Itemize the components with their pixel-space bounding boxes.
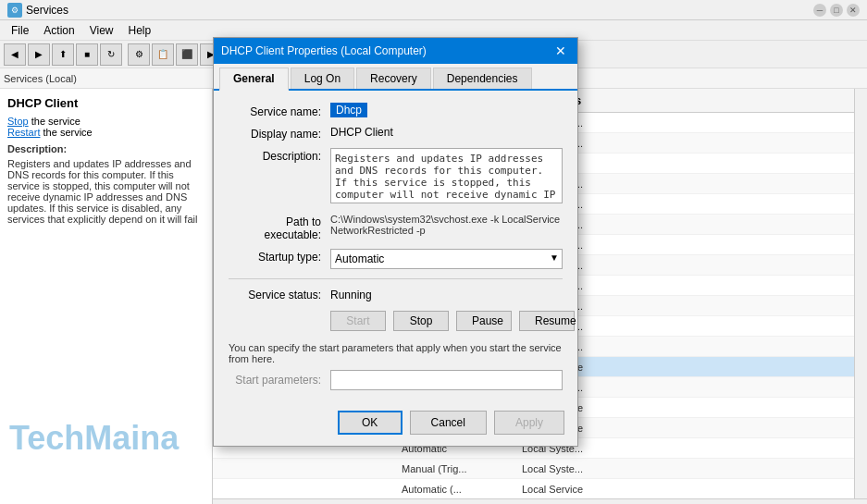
params-input[interactable] <box>330 370 563 390</box>
status-value: Running <box>330 289 372 301</box>
pause-button[interactable]: Pause <box>456 311 512 331</box>
startup-row: Startup type: Automatic Automatic (Delay… <box>229 249 563 269</box>
params-label: Start parameters: <box>229 374 330 387</box>
path-value: C:\Windows\system32\svchost.exe -k Local… <box>330 214 563 236</box>
status-row: Service status: Running <box>229 289 563 301</box>
service-name-label: Service name: <box>229 104 330 118</box>
ok-button[interactable]: OK <box>338 411 403 435</box>
apply-button[interactable]: Apply <box>494 411 564 435</box>
description-textarea[interactable]: Registers and updates IP addresses and D… <box>330 148 563 203</box>
service-name-value: Dhcp <box>330 104 563 117</box>
dialog-titlebar: DHCP Client Properties (Local Computer) … <box>214 38 577 64</box>
params-note: You can specify the start parameters tha… <box>229 342 563 364</box>
dialog-footer: OK Cancel Apply <box>214 403 577 446</box>
path-row: Path to executable: C:\Windows\system32\… <box>229 214 563 241</box>
dialog: DHCP Client Properties (Local Computer) … <box>213 37 578 447</box>
divider <box>229 278 563 279</box>
startup-select-wrapper: Automatic Automatic (Delayed Start) Manu… <box>330 249 563 269</box>
display-name-row: Display name: DHCP Client <box>229 126 563 141</box>
stop-button[interactable]: Stop <box>393 311 449 331</box>
description-row: Description: Registers and updates IP ad… <box>229 148 563 206</box>
dialog-tabs: General Log On Recovery Dependencies <box>214 64 577 91</box>
startup-select[interactable]: Automatic Automatic (Delayed Start) Manu… <box>330 249 563 269</box>
dialog-tab-dependencies[interactable]: Dependencies <box>433 68 532 89</box>
dialog-tab-recovery[interactable]: Recovery <box>356 68 431 89</box>
dialog-overlay: DHCP Client Properties (Local Computer) … <box>0 0 867 504</box>
dialog-close-button[interactable]: ✕ <box>551 42 570 60</box>
display-name-value: DHCP Client <box>330 126 563 139</box>
display-name-label: Display name: <box>229 126 330 141</box>
description-label: Description: <box>229 148 330 163</box>
dialog-tab-logon[interactable]: Log On <box>291 68 354 89</box>
dialog-body: Service name: Dhcp Display name: DHCP Cl… <box>214 91 577 403</box>
startup-label: Startup type: <box>229 249 330 264</box>
params-row: Start parameters: <box>229 370 563 390</box>
status-label: Service status: <box>229 289 330 301</box>
control-buttons: Start Stop Pause Resume <box>330 311 563 331</box>
start-button[interactable]: Start <box>330 311 386 331</box>
service-name-badge: Dhcp <box>330 103 367 117</box>
dialog-tab-general[interactable]: General <box>219 68 289 91</box>
service-name-row: Service name: Dhcp <box>229 104 563 118</box>
path-label: Path to executable: <box>229 214 330 241</box>
resume-button[interactable]: Resume <box>519 311 575 331</box>
dialog-title: DHCP Client Properties (Local Computer) <box>221 44 551 57</box>
cancel-button[interactable]: Cancel <box>410 411 487 435</box>
